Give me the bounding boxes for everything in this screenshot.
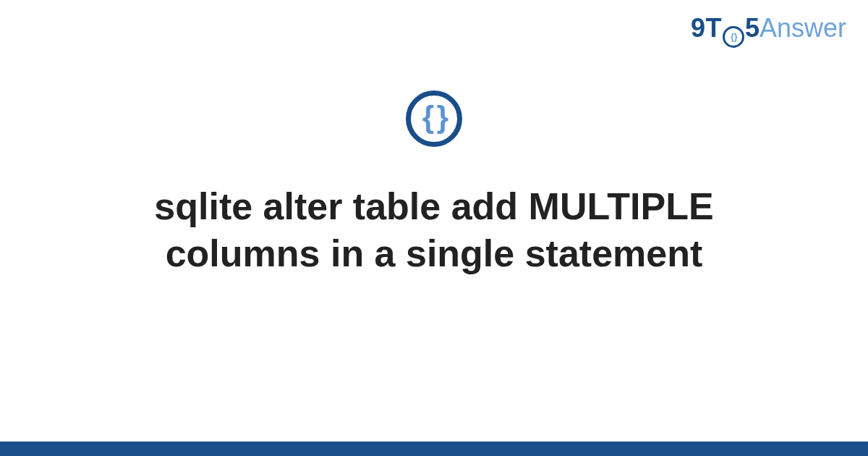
code-braces-icon: { } bbox=[406, 90, 462, 147]
page-title: sqlite alter table add MULTIPLE columns … bbox=[72, 183, 796, 277]
footer-bar bbox=[0, 442, 868, 456]
main-content: { } sqlite alter table add MULTIPLE colu… bbox=[0, 90, 868, 277]
site-logo[interactable]: 9T { } 5 Answer bbox=[691, 13, 846, 45]
logo-text-answer: Answer bbox=[760, 13, 846, 43]
logo-braces-icon: { } bbox=[731, 32, 736, 41]
braces-glyph: { } bbox=[422, 102, 446, 132]
logo-o-ring: { } bbox=[723, 26, 744, 48]
logo-text-5: 5 bbox=[745, 13, 760, 43]
logo-text-9t: 9T bbox=[691, 13, 722, 43]
